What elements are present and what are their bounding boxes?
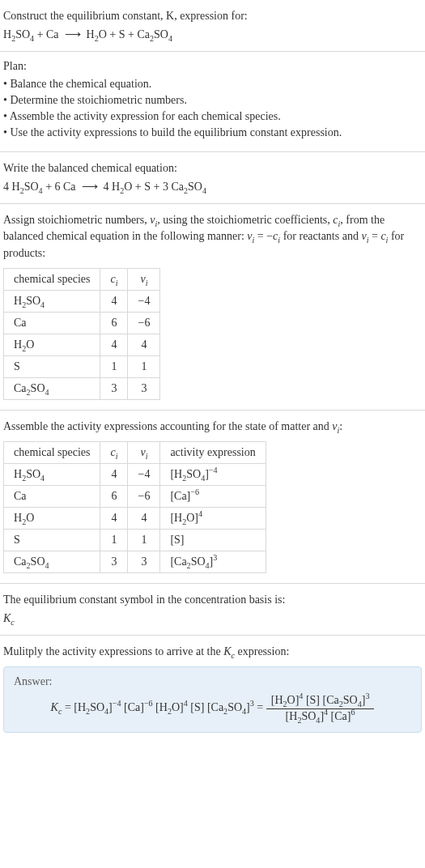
cell-vi: 1: [128, 530, 160, 551]
cell-species: S: [4, 530, 100, 551]
cell-species: Ca: [4, 312, 100, 334]
activity-intro: Assemble the activity expressions accoun…: [3, 419, 422, 435]
table-row: H2SO4 4 −4: [4, 290, 160, 312]
table-row: H2O 4 4 [H2O]4: [4, 508, 266, 530]
cell-activity: [S]: [160, 530, 266, 551]
table-row: H2SO4 4 −4 [H2SO4]−4: [4, 464, 266, 486]
cell-ci: 4: [100, 290, 128, 312]
table-row: S 1 1: [4, 355, 160, 377]
cell-ci: 6: [100, 312, 128, 334]
cell-vi: 3: [128, 551, 160, 573]
cell-species: Ca: [4, 486, 100, 508]
table-row: Ca 6 −6 [Ca]−6: [4, 486, 266, 508]
cell-vi: −4: [128, 464, 160, 486]
activity-table: chemical species ci νi activity expressi…: [3, 441, 266, 573]
table-row: Ca2SO4 3 3 [Ca2SO4]3: [4, 551, 266, 573]
prompt-text: Construct the equilibrium constant, K, e…: [3, 8, 422, 24]
cell-species: H2O: [4, 508, 100, 530]
cell-species: H2SO4: [4, 464, 100, 486]
activity-header-ci: ci: [100, 442, 128, 464]
balanced-intro: Write the balanced chemical equation:: [3, 160, 422, 177]
cell-ci: 3: [100, 377, 128, 399]
answer-expression: Kc = [H2SO4]−4 [Ca]−6 [H2O]4 [S] [Ca2SO4…: [14, 693, 411, 725]
activity-header-species: chemical species: [4, 442, 100, 464]
stoich-header-ci: ci: [100, 268, 128, 290]
plan-title: Plan:: [3, 60, 422, 73]
answer-box: Answer: Kc = [H2SO4]−4 [Ca]−6 [H2O]4 [S]…: [3, 666, 422, 734]
input-equation: H2SO4 + Ca ⟶ H2O + S + Ca2SO4: [3, 28, 422, 41]
cell-activity: [H2SO4]−4: [160, 464, 266, 486]
stoich-intro: Assign stoichiometric numbers, νi, using…: [3, 212, 422, 262]
cell-ci: 6: [100, 486, 128, 508]
plan-list: Balance the chemical equation. Determine…: [3, 76, 422, 142]
cell-activity: [Ca2SO4]3: [160, 551, 266, 573]
cell-vi: 4: [128, 508, 160, 530]
table-row: Ca 6 −6: [4, 312, 160, 334]
cell-vi: 4: [128, 334, 160, 355]
cell-species: Ca2SO4: [4, 551, 100, 573]
cell-species: H2SO4: [4, 290, 100, 312]
activity-header-vi: νi: [128, 442, 160, 464]
cell-activity: [Ca]−6: [160, 486, 266, 508]
cell-species: S: [4, 355, 100, 377]
cell-vi: 3: [128, 377, 160, 399]
cell-ci: 4: [100, 464, 128, 486]
plan-item: Balance the chemical equation.: [3, 76, 422, 92]
activity-header-act: activity expression: [160, 442, 266, 464]
cell-ci: 3: [100, 551, 128, 573]
balanced-equation: 4 H2SO4 + 6 Ca ⟶ 4 H2O + S + 3 Ca2SO4: [3, 180, 422, 194]
stoich-table: chemical species ci νi H2SO4 4 −4 Ca 6 −…: [3, 268, 160, 400]
cell-species: Ca2SO4: [4, 377, 100, 399]
cell-vi: 1: [128, 355, 160, 377]
cell-species: H2O: [4, 334, 100, 355]
plan-item: Use the activity expressions to build th…: [3, 125, 422, 141]
kc-symbol-intro: The equilibrium constant symbol in the c…: [3, 592, 422, 608]
cell-vi: −6: [128, 486, 160, 508]
table-row: Ca2SO4 3 3: [4, 377, 160, 399]
plan-item: Determine the stoichiometric numbers.: [3, 92, 422, 108]
stoich-header-species: chemical species: [4, 268, 100, 290]
final-intro: Mulitply the activity expressions to arr…: [3, 644, 422, 660]
table-row: H2O 4 4: [4, 334, 160, 355]
stoich-header-vi: νi: [128, 268, 160, 290]
kc-symbol: Kc: [3, 612, 422, 625]
cell-ci: 4: [100, 508, 128, 530]
table-row: S 1 1 [S]: [4, 530, 266, 551]
cell-ci: 1: [100, 530, 128, 551]
cell-vi: −4: [128, 290, 160, 312]
cell-vi: −6: [128, 312, 160, 334]
cell-ci: 1: [100, 355, 128, 377]
answer-label: Answer:: [14, 675, 411, 688]
plan-item: Assemble the activity expression for eac…: [3, 108, 422, 125]
cell-ci: 4: [100, 334, 128, 355]
cell-activity: [H2O]4: [160, 508, 266, 530]
